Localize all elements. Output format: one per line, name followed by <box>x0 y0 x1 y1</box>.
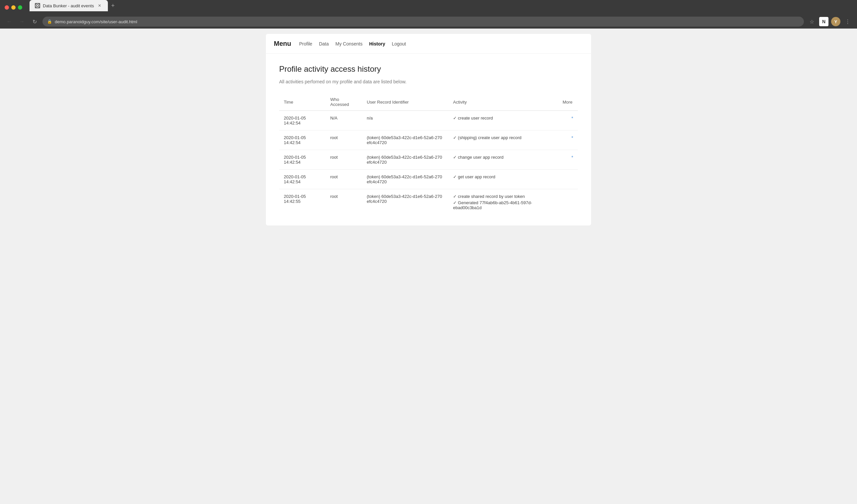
cell-more[interactable]: * <box>558 131 578 150</box>
lock-icon: 🔒 <box>47 19 52 24</box>
address-bar[interactable]: 🔒 demo.paranoidguy.com/site/user-audit.h… <box>43 17 804 27</box>
cell-who: root <box>325 170 362 189</box>
forward-button[interactable]: → <box>17 17 27 26</box>
back-button[interactable]: ← <box>5 17 14 26</box>
tab-close-button[interactable]: ✕ <box>97 3 103 9</box>
nav-link-my-consents[interactable]: My Consents <box>335 40 363 47</box>
maximize-button[interactable] <box>18 5 22 10</box>
browser-window: Data Bunker - audit events ✕ + ← → ↻ 🔒 d… <box>0 0 857 29</box>
more-link[interactable]: * <box>572 155 573 160</box>
cell-more <box>558 170 578 189</box>
user-avatar[interactable]: Y <box>831 17 840 26</box>
table-row: 2020-01-05 14:42:54root(token) 60de53a3-… <box>279 170 578 189</box>
col-header-time: Time <box>279 94 325 111</box>
cell-identifier: (token) 60de53a3-422c-d1e6-52a6-270efc4c… <box>362 150 449 170</box>
cell-activity: ✓ (shipping) create user app record <box>449 131 558 150</box>
nav-link-data[interactable]: Data <box>319 40 329 47</box>
cell-identifier: n/a <box>362 111 449 131</box>
main-content: Profile activity access history All acti… <box>266 54 591 225</box>
nav-links: Profile Data My Consents History Logout <box>299 40 406 47</box>
browser-toolbar: ← → ↻ 🔒 demo.paranoidguy.com/site/user-a… <box>0 15 857 29</box>
notion-icon[interactable]: N <box>819 17 828 26</box>
table-row: 2020-01-05 14:42:54root(token) 60de53a3-… <box>279 131 578 150</box>
menu-label: Menu <box>274 40 291 48</box>
address-text: demo.paranoidguy.com/site/user-audit.htm… <box>55 19 799 24</box>
active-tab[interactable]: Data Bunker - audit events ✕ <box>30 0 108 11</box>
more-link[interactable]: * <box>572 135 573 140</box>
col-header-more: More <box>558 94 578 111</box>
minimize-button[interactable] <box>11 5 16 10</box>
cell-identifier: (token) 60de53a3-422c-d1e6-52a6-270efc4c… <box>362 189 449 215</box>
table-body: 2020-01-05 14:42:54N/An/a✓ create user r… <box>279 111 578 215</box>
cell-time: 2020-01-05 14:42:55 <box>279 189 325 215</box>
cell-activity: ✓ get user app record <box>449 170 558 189</box>
more-link[interactable]: * <box>572 116 573 121</box>
traffic-lights <box>5 5 22 10</box>
tab-favicon <box>35 3 40 8</box>
nav-bar: Menu Profile Data My Consents History Lo… <box>266 34 591 54</box>
svg-point-1 <box>37 5 38 6</box>
cell-identifier: (token) 60de53a3-422c-d1e6-52a6-270efc4c… <box>362 170 449 189</box>
menu-icon[interactable]: ⋮ <box>843 17 852 26</box>
col-header-who: Who Accessed <box>325 94 362 111</box>
bookmark-icon[interactable]: ☆ <box>807 17 817 26</box>
cell-time: 2020-01-05 14:42:54 <box>279 150 325 170</box>
cell-time: 2020-01-05 14:42:54 <box>279 131 325 150</box>
nav-link-profile[interactable]: Profile <box>299 40 312 47</box>
audit-table: Time Who Accessed User Record Identifier… <box>279 94 578 215</box>
toolbar-actions: ☆ N Y ⋮ <box>807 17 852 26</box>
page-description: All activities perforned on my profile a… <box>279 79 578 84</box>
cell-who: N/A <box>325 111 362 131</box>
tab-title: Data Bunker - audit events <box>43 3 94 8</box>
cell-time: 2020-01-05 14:42:54 <box>279 170 325 189</box>
cell-activity: ✓ change user app record <box>449 150 558 170</box>
cell-more[interactable]: * <box>558 150 578 170</box>
nav-link-logout[interactable]: Logout <box>392 40 406 47</box>
cell-activity: ✓ create shared record by user token✓ Ge… <box>449 189 558 215</box>
browser-titlebar: Data Bunker - audit events ✕ + <box>0 0 857 15</box>
close-button[interactable] <box>5 5 9 10</box>
nav-link-history[interactable]: History <box>369 40 385 47</box>
col-header-identifier: User Record Identifier <box>362 94 449 111</box>
cell-more[interactable]: * <box>558 111 578 131</box>
table-row: 2020-01-05 14:42:55root(token) 60de53a3-… <box>279 189 578 215</box>
cell-activity: ✓ create user record <box>449 111 558 131</box>
new-tab-button[interactable]: + <box>108 0 118 11</box>
cell-identifier: (token) 60de53a3-422c-d1e6-52a6-270efc4c… <box>362 131 449 150</box>
cell-who: root <box>325 189 362 215</box>
table-row: 2020-01-05 14:42:54root(token) 60de53a3-… <box>279 150 578 170</box>
col-header-activity: Activity <box>449 94 558 111</box>
page-wrapper: Menu Profile Data My Consents History Lo… <box>0 29 857 504</box>
page-title: Profile activity access history <box>279 64 578 74</box>
cell-who: root <box>325 150 362 170</box>
cell-more <box>558 189 578 215</box>
cell-who: root <box>325 131 362 150</box>
table-row: 2020-01-05 14:42:54N/An/a✓ create user r… <box>279 111 578 131</box>
table-header-row: Time Who Accessed User Record Identifier… <box>279 94 578 111</box>
reload-button[interactable]: ↻ <box>30 17 39 26</box>
cell-time: 2020-01-05 14:42:54 <box>279 111 325 131</box>
page-container: Menu Profile Data My Consents History Lo… <box>266 34 591 225</box>
tab-bar: Data Bunker - audit events ✕ + <box>30 3 852 11</box>
